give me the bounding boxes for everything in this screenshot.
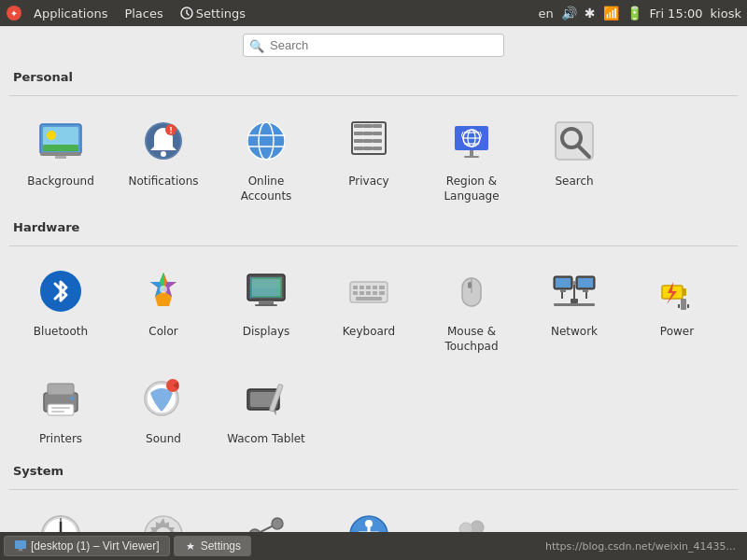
- svg-point-120: [459, 523, 472, 532]
- setting-item-mouse-touchpad[interactable]: Mouse &Touchpad: [420, 254, 523, 361]
- svg-rect-123: [17, 551, 24, 552]
- system-grid: Date & Time Details: [9, 494, 738, 532]
- wacom-label: Wacom Tablet: [227, 432, 305, 447]
- settings-taskbar-icon: [184, 539, 197, 553]
- applications-menu[interactable]: Applications: [26, 5, 115, 22]
- sound-icon: [141, 376, 186, 421]
- setting-item-notifications[interactable]: ! Notifications: [112, 104, 215, 211]
- svg-rect-21: [373, 124, 382, 128]
- desktop-icon: [14, 539, 27, 553]
- clock: Fri 15:00: [650, 7, 703, 21]
- svg-rect-82: [681, 299, 686, 310]
- svg-rect-71: [578, 278, 593, 287]
- power-icon: [655, 269, 699, 314]
- svg-rect-28: [354, 147, 363, 150]
- setting-item-privacy[interactable]: Privacy: [317, 104, 420, 211]
- svg-rect-19: [354, 124, 363, 128]
- power-label: Power: [660, 325, 694, 340]
- battery-icon: 🔋: [627, 6, 642, 21]
- svg-rect-88: [51, 407, 70, 409]
- svg-rect-87: [48, 404, 74, 415]
- setting-item-background[interactable]: Background: [9, 104, 112, 211]
- setting-item-universal-access[interactable]: Universal Access: [317, 497, 420, 532]
- setting-item-wacom[interactable]: Wacom Tablet: [215, 361, 317, 455]
- setting-item-keyboard[interactable]: Keyboard: [317, 254, 420, 361]
- region-language-label: Region &Language: [444, 175, 499, 203]
- keyboard-label: Keyboard: [343, 325, 395, 340]
- svg-rect-54: [359, 286, 364, 289]
- svg-rect-49: [255, 304, 277, 306]
- svg-point-109: [272, 518, 283, 529]
- details-icon: [141, 512, 186, 532]
- settings-menu-icon: [180, 7, 193, 20]
- settings-menu[interactable]: Settings: [173, 5, 253, 22]
- divider-personal: [9, 95, 738, 96]
- bluetooth-icon: [38, 269, 83, 314]
- svg-rect-38: [470, 150, 473, 156]
- setting-item-region-language[interactable]: Region &Language: [420, 104, 523, 211]
- keyboard-icon: [346, 269, 391, 314]
- svg-rect-50: [251, 278, 281, 297]
- settings-taskbar-button[interactable]: Settings: [174, 536, 251, 556]
- svg-point-44: [160, 286, 167, 293]
- svg-rect-86: [48, 384, 74, 395]
- svg-point-90: [70, 397, 74, 400]
- search-icon: 🔍: [249, 38, 264, 52]
- svg-rect-27: [373, 139, 382, 143]
- taskbar-url: https://blog.csdn.net/weixin_41435...: [255, 540, 743, 553]
- setting-item-search[interactable]: Search: [523, 104, 626, 211]
- online-accounts-label: OnlineAccounts: [241, 175, 292, 203]
- svg-rect-53: [353, 286, 358, 289]
- svg-rect-66: [468, 282, 472, 288]
- setting-item-sharing[interactable]: Sharing: [215, 497, 317, 532]
- setting-item-network[interactable]: Network: [523, 254, 626, 361]
- search-input[interactable]: [243, 34, 504, 57]
- svg-text:✦: ✦: [10, 8, 18, 19]
- svg-rect-72: [583, 289, 588, 292]
- svg-rect-76: [554, 303, 595, 306]
- taskbar: [desktop (1) – Virt Viewer] Settings htt…: [0, 532, 747, 560]
- setting-item-displays[interactable]: Displays: [215, 254, 317, 361]
- svg-rect-60: [366, 291, 371, 295]
- svg-rect-122: [19, 549, 22, 551]
- section-personal: Personal Background: [9, 64, 738, 215]
- desktop-viewer-button[interactable]: [desktop (1) – Virt Viewer]: [4, 536, 170, 556]
- svg-rect-7: [40, 152, 81, 156]
- network-icon: [552, 269, 597, 314]
- divider-hardware: [9, 245, 738, 246]
- setting-item-details[interactable]: Details: [112, 497, 215, 532]
- universal-access-icon: [346, 512, 391, 532]
- setting-item-bluetooth[interactable]: Bluetooth: [9, 254, 112, 361]
- mouse-icon: [449, 269, 494, 314]
- color-icon: [141, 269, 186, 314]
- username: kiosk: [711, 7, 741, 21]
- setting-item-power[interactable]: Power: [626, 254, 728, 361]
- search-settings-icon-area: [544, 111, 604, 171]
- setting-item-users[interactable]: Users: [420, 497, 523, 532]
- setting-item-datetime[interactable]: Date & Time: [9, 497, 112, 532]
- main-content: 🔍 Personal: [0, 26, 747, 532]
- setting-item-online-accounts[interactable]: OnlineAccounts: [215, 104, 317, 211]
- online-accounts-icon: [244, 119, 289, 163]
- svg-rect-24: [373, 132, 382, 135]
- sound-icon: 🔊: [561, 6, 577, 21]
- svg-rect-22: [354, 132, 363, 135]
- printers-icon: [38, 376, 83, 421]
- svg-text:!: !: [169, 127, 173, 135]
- section-title-personal: Personal: [9, 64, 738, 88]
- mouse-touchpad-label: Mouse &Touchpad: [444, 325, 498, 354]
- setting-item-color[interactable]: Color: [112, 254, 215, 361]
- region-language-icon-area: [442, 111, 501, 171]
- svg-rect-30: [373, 147, 382, 150]
- setting-item-sound[interactable]: Sound: [112, 361, 215, 455]
- svg-rect-25: [354, 139, 363, 143]
- svg-rect-59: [359, 291, 364, 295]
- datetime-icon: [38, 512, 83, 532]
- search-bar: 🔍: [0, 26, 747, 64]
- svg-rect-39: [464, 156, 479, 158]
- online-accounts-icon-area: [236, 111, 296, 171]
- places-menu[interactable]: Places: [117, 5, 170, 22]
- setting-item-printers[interactable]: Printers: [9, 361, 112, 455]
- background-icon-area: [31, 111, 91, 171]
- privacy-icon: [346, 119, 391, 163]
